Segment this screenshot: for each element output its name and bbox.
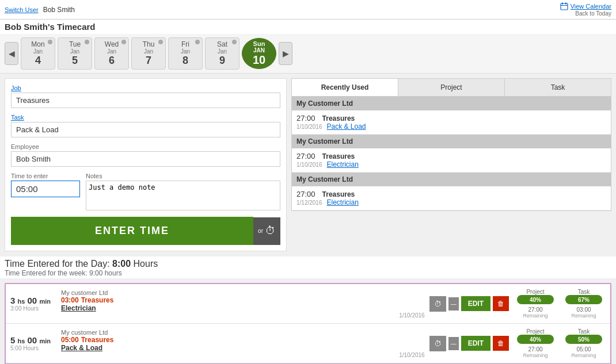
day-num: 4 [35,55,41,67]
entry-delete-button-2[interactable]: 🗑 [493,336,509,351]
entry-job-name-2: Treasures [81,336,114,344]
project-bar-2: 40% [517,335,554,344]
recent-group-header-2: My Customer Ltd [292,135,611,148]
project-remaining-label-1: Remaining [523,313,547,319]
notes-textarea[interactable]: Just a demo note [86,181,280,210]
day-num: 10 [253,53,265,67]
task-remaining-2: 05:00 [576,346,591,352]
entry-task-1[interactable]: Electrician [61,304,425,312]
entry-edit-button-1[interactable]: EDIT [461,296,490,311]
main-content: Job Task Employee Time to enter Notes Ju… [0,74,616,256]
job-label[interactable]: Job [11,85,280,91]
recent-item-3[interactable]: 27:00 Treasures 1/12/2016 Electrician [292,186,611,210]
recent-job-3: Treasures [322,190,355,198]
recent-date-2: 1/10/2016 [296,162,322,168]
entry-actions-1: ⏱ — EDIT 🗑 [429,296,509,312]
day-dot [85,40,89,44]
recent-time-1: 27:00 [296,114,315,122]
enter-time-button[interactable]: ENTER TIME [11,217,253,245]
recent-task-3[interactable]: Electrician [327,198,359,206]
back-to-today-link[interactable]: Back to Today [575,10,611,17]
time-section: Time to enter [11,173,80,212]
user-name-display: Bob Smith [43,6,75,14]
day-num: 5 [72,55,78,67]
day-name: Sun [253,40,265,47]
entry-row-1: 3 hs 00 min 3:00 Hours My customer Ltd 0… [6,284,610,324]
calendar-link-group: View Calendar Back to Today [560,2,611,17]
entry-dashes-button-1[interactable]: — [448,297,459,311]
day-num: 7 [146,55,151,67]
tab-recently-used[interactable]: Recently Used [292,79,398,96]
entry-customer-1: My customer Ltd [61,289,425,296]
day-dot [121,40,126,44]
time-input[interactable] [11,181,80,197]
view-calendar-link[interactable]: View Calendar [560,2,611,10]
task-label-1: Task [578,289,590,295]
summary-section: Time Entered for the Day: 8:00 Hours Tim… [0,256,616,278]
job-input[interactable] [11,93,280,108]
task-bar-2: 50% [565,335,602,344]
employee-label: Employee [11,143,280,150]
entry-edit-button-2[interactable]: EDIT [461,336,490,351]
day-name: Thu [143,40,155,48]
entry-actions-2: ⏱ — EDIT 🗑 [429,336,509,351]
entry-customer-2: My customer Ltd [61,329,425,336]
tab-project[interactable]: Project [398,79,505,96]
task-input[interactable] [11,122,280,137]
entry-timer-button-2[interactable]: ⏱ [429,336,446,351]
day-mon[interactable]: Mon Jan 4 [21,37,55,70]
task-bar-1: 67% [565,295,602,304]
recent-time-3: 27:00 [296,190,315,198]
day-wed[interactable]: Wed Jan 6 [94,37,129,70]
recent-group-3: My Customer Ltd 27:00 Treasures 1/12/201… [292,173,611,210]
day-tue[interactable]: Tue Jan 5 [58,37,92,70]
tab-task[interactable]: Task [505,79,611,96]
recent-task-2[interactable]: Electrician [327,160,359,168]
entry-details-2: My customer Ltd 05:00 Treasures Pack & L… [61,329,425,358]
right-panel: Recently Used Project Task My Customer L… [291,78,611,251]
enter-time-row: ENTER TIME or ⏱ [11,217,280,245]
entry-time-2: 5 hs 00 min 5:00 Hours [10,335,56,351]
entry-job-time-2: 05:00 [61,336,79,344]
recent-group-header-1: My Customer Ltd [292,97,611,110]
day-name: Wed [105,40,119,48]
day-thu[interactable]: Thu Jan 7 [131,37,166,70]
timer-icon[interactable]: ⏱ [265,225,276,237]
entry-task-2[interactable]: Pack & Load [61,344,425,352]
job-field-group: Job [11,85,280,108]
recent-group-1: My Customer Ltd 27:00 Treasures 1/10/201… [292,97,611,135]
recent-item-1[interactable]: 27:00 Treasures 1/10/2016 Pack & Load [292,110,611,135]
day-dot [158,40,163,44]
recent-date-1: 1/10/2016 [296,124,322,130]
entry-timer-button-1[interactable]: ⏱ [429,296,446,312]
entry-job-name-1: Treasures [81,296,114,304]
day-month: Jan [33,48,43,55]
task-field-group: Task [11,114,280,137]
project-remaining-1: 27:00 [528,306,542,313]
recent-task-1[interactable]: Pack & Load [327,122,366,131]
project-bar-1: 40% [517,295,554,304]
day-fri[interactable]: Fri Jan 8 [168,37,203,70]
day-dot [48,40,52,44]
task-remaining-1: 03:00 [576,306,591,313]
timer-section: or ⏱ [253,217,280,245]
entry-delete-button-1[interactable]: 🗑 [493,296,509,311]
day-sun[interactable]: Sun JAN 10 [242,38,276,69]
day-month: Jan [144,48,153,55]
day-month: Jan [218,48,227,55]
entry-progress-1: Project 40% Task 67% 27:00 Remaining 03:… [514,289,606,319]
recent-item-2[interactable]: 27:00 Treasures 1/10/2016 Electrician [292,148,611,173]
task-label[interactable]: Task [11,114,280,121]
entries-section: 3 hs 00 min 3:00 Hours My customer Ltd 0… [5,283,611,364]
day-sat[interactable]: Sat Jan 9 [205,37,239,70]
project-label-2: Project [526,328,544,335]
day-num: 8 [182,55,188,67]
switch-user-link[interactable]: Switch User [5,6,39,13]
employee-input[interactable] [11,151,280,167]
entry-dashes-button-2[interactable]: — [448,337,459,350]
next-day-arrow[interactable]: ▶ [279,42,292,65]
time-notes-row: Time to enter Notes Just a demo note [11,173,280,212]
prev-day-arrow[interactable]: ◀ [5,42,18,65]
or-label: or [258,228,263,234]
project-remaining-2: 27:00 [528,346,542,352]
